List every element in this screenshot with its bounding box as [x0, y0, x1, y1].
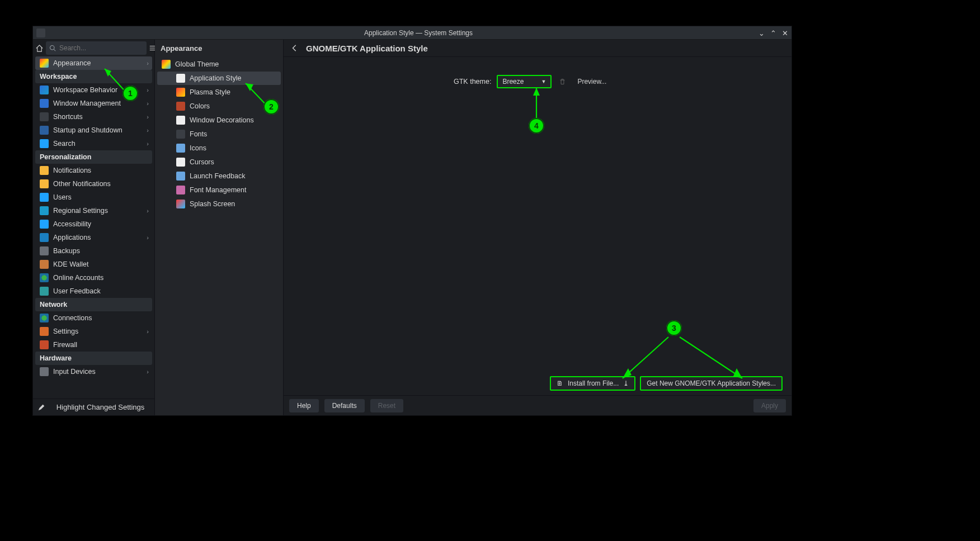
- subnav-item-plasma-style[interactable]: Plasma Style: [157, 86, 281, 99]
- sidebar-item-label: Online Accounts: [53, 274, 103, 282]
- defaults-button[interactable]: Defaults: [324, 399, 365, 412]
- window-title: Application Style — System Settings: [45, 29, 791, 37]
- sidebar-item-input-devices[interactable]: Input Devices›: [35, 365, 152, 378]
- sidebar-item-settings[interactable]: Settings›: [35, 325, 152, 338]
- chevron-right-icon: ›: [147, 87, 149, 93]
- search-field[interactable]: [46, 41, 147, 55]
- subnav-item-launch-feedback[interactable]: Launch Feedback: [157, 169, 281, 183]
- get-new-styles-button[interactable]: Get New GNOME/GTK Application Styles...: [640, 376, 783, 391]
- subnav-item-fonts[interactable]: Fonts: [157, 127, 281, 141]
- subnav-item-label: Colors: [190, 102, 210, 110]
- subnav-item-label: Window Decorations: [190, 116, 254, 124]
- search-icon: [40, 139, 49, 148]
- chevron-right-icon: ›: [147, 368, 149, 375]
- download-icon: ⤓: [623, 379, 629, 387]
- subnav-item-colors[interactable]: Colors: [157, 99, 281, 113]
- subnav-item-label: Launch Feedback: [190, 172, 245, 180]
- sidebar-item-user-feedback[interactable]: User Feedback: [35, 284, 152, 298]
- subnav-item-font-management[interactable]: Font Management: [157, 183, 281, 197]
- delete-theme-button[interactable]: [557, 77, 567, 87]
- sidebar-item-shortcuts[interactable]: Shortcuts›: [35, 110, 152, 124]
- sidebar-item-firewall[interactable]: Firewall: [35, 338, 152, 352]
- accessibility-icon: [40, 220, 49, 229]
- gtk-theme-combo[interactable]: Breeze ▼: [497, 75, 552, 88]
- system-settings-window: Application Style — System Settings ⌄ ⌃ …: [32, 26, 792, 416]
- home-button[interactable]: [35, 41, 44, 55]
- main-panel: GNOME/GTK Application Style GTK theme: B…: [284, 40, 791, 415]
- preview-button[interactable]: Preview...: [577, 78, 606, 86]
- search-input[interactable]: [59, 44, 143, 52]
- annotation-marker-3: 3: [666, 320, 682, 336]
- firewall-icon: [40, 340, 49, 349]
- icons-icon: [176, 144, 185, 153]
- sidebar-item-label: Search: [53, 140, 76, 148]
- backups-icon: [40, 246, 49, 255]
- sidebar-item-regional-settings[interactable]: Regional Settings›: [35, 204, 152, 217]
- chevron-right-icon: ›: [147, 207, 149, 214]
- help-button[interactable]: Help: [289, 399, 319, 412]
- annotation-marker-2: 2: [263, 99, 279, 115]
- cursors-icon: [176, 158, 185, 167]
- sidebar-item-accessibility[interactable]: Accessibility: [35, 217, 152, 231]
- subnav-item-splash-screen[interactable]: Splash Screen: [157, 197, 281, 211]
- gtk-theme-value: Breeze: [502, 78, 524, 86]
- back-button[interactable]: [289, 42, 300, 54]
- subnav-item-cursors[interactable]: Cursors: [157, 155, 281, 169]
- chevron-right-icon: ›: [147, 113, 149, 120]
- main-body: GTK theme: Breeze ▼ Preview... 🗎 Install…: [284, 57, 791, 395]
- sidebar-heading-hardware: Hardware: [35, 352, 152, 365]
- splash-screen-icon: [176, 200, 185, 208]
- subnav-item-application-style[interactable]: Application Style: [157, 72, 281, 85]
- sidebar-item-label: User Feedback: [53, 287, 101, 295]
- titlebar: Application Style — System Settings ⌄ ⌃ …: [33, 26, 791, 40]
- chevron-right-icon: ›: [147, 140, 149, 147]
- sidebar-item-label: Input Devices: [53, 368, 96, 376]
- subnav-item-label: Global Theme: [175, 60, 219, 68]
- search-icon: [49, 45, 56, 51]
- install-from-file-label: Install from File...: [568, 379, 619, 387]
- sidebar-item-label: Shortcuts: [53, 113, 83, 121]
- sidebar-item-label: Accessibility: [53, 220, 91, 228]
- install-from-file-button[interactable]: 🗎 Install from File... ⤓: [550, 376, 635, 391]
- plasma-style-icon: [176, 88, 185, 97]
- subnav-item-global-theme[interactable]: Global Theme: [157, 58, 281, 71]
- sidebar-item-connections[interactable]: Connections: [35, 311, 152, 325]
- sidebar-item-label: Connections: [53, 314, 92, 322]
- regional-settings-icon: [40, 206, 49, 215]
- applications-icon: [40, 233, 49, 242]
- global-theme-icon: [162, 60, 171, 69]
- sidebar-item-label: KDE Wallet: [53, 260, 88, 268]
- highlight-changed-button[interactable]: Highlight Changed Settings: [33, 398, 154, 415]
- sidebar-item-label: Workspace Behavior: [53, 86, 117, 94]
- input-devices-icon: [40, 367, 49, 376]
- sidebar-item-search[interactable]: Search›: [35, 137, 152, 150]
- sidebar-item-backups[interactable]: Backups: [35, 244, 152, 258]
- launch-feedback-icon: [176, 172, 185, 181]
- subnav-item-window-decorations[interactable]: Window Decorations: [157, 113, 281, 127]
- minimize-icon[interactable]: ⌄: [758, 30, 765, 37]
- sidebar-item-kde-wallet[interactable]: KDE Wallet: [35, 258, 152, 271]
- sidebar-item-label: Firewall: [53, 341, 77, 349]
- maximize-icon[interactable]: ⌃: [770, 30, 776, 37]
- subnav-item-label: Plasma Style: [190, 88, 230, 96]
- subnav-item-icons[interactable]: Icons: [157, 141, 281, 155]
- chevron-right-icon: ›: [147, 127, 149, 134]
- startup-shutdown-icon: [40, 126, 49, 135]
- sidebar-item-notifications[interactable]: Notifications: [35, 164, 152, 177]
- kde-wallet-icon: [40, 260, 49, 269]
- sidebar-item-appearance[interactable]: Appearance›: [35, 56, 152, 70]
- chevron-right-icon: ›: [147, 234, 149, 241]
- sidebar-item-other-notifications[interactable]: Other Notifications: [35, 177, 152, 191]
- sidebar-item-applications[interactable]: Applications›: [35, 231, 152, 244]
- sidebar-item-users[interactable]: Users: [35, 191, 152, 204]
- svg-line-1: [54, 49, 55, 51]
- sidebar-item-startup-shutdown[interactable]: Startup and Shutdown›: [35, 124, 152, 137]
- chevron-right-icon: ›: [147, 328, 149, 335]
- users-icon: [40, 193, 49, 202]
- online-accounts-icon: [40, 273, 49, 282]
- highlight-changed-label: Highlight Changed Settings: [51, 403, 150, 411]
- close-icon[interactable]: ✕: [782, 30, 788, 37]
- subnav-item-label: Application Style: [190, 74, 241, 82]
- sidebar-item-online-accounts[interactable]: Online Accounts: [35, 271, 152, 284]
- trash-icon: [559, 78, 566, 86]
